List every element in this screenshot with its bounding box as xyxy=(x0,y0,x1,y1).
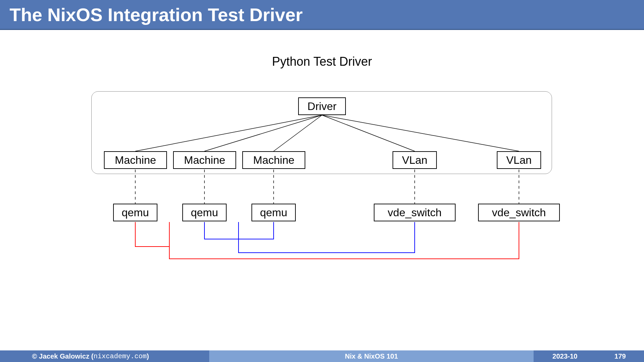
driver-box: Driver xyxy=(298,97,346,115)
qemu-label: qemu xyxy=(260,206,287,219)
vde-switch-label: vde_switch xyxy=(388,206,442,219)
slide-title: The NixOS Integration Test Driver xyxy=(10,4,303,25)
vlan-label: VLan xyxy=(506,154,532,167)
vlan-box-2: VLan xyxy=(497,151,541,169)
footer-page: 179 xyxy=(596,350,644,362)
footer-date: 2023-10 xyxy=(534,350,596,362)
footer-title: Nix & NixOS 101 xyxy=(209,350,534,362)
machine-box-2: Machine xyxy=(173,151,236,169)
machine-label: Machine xyxy=(253,154,294,167)
footer-copyright-prefix: © Jacek Galowicz ( xyxy=(32,352,93,360)
vlan-label: VLan xyxy=(402,154,428,167)
machine-label: Machine xyxy=(184,154,225,167)
footer-author: © Jacek Galowicz (nixcademy.com) xyxy=(0,350,209,362)
qemu-box-2: qemu xyxy=(182,204,227,221)
vlan-box-1: VLan xyxy=(393,151,437,169)
vde-switch-box-2: vde_switch xyxy=(478,204,560,221)
qemu-label: qemu xyxy=(122,206,149,219)
driver-label: Driver xyxy=(307,100,336,113)
slide-footer: © Jacek Galowicz (nixcademy.com) Nix & N… xyxy=(0,350,644,362)
diagram-area: Python Test Driver xyxy=(0,54,644,311)
footer-copyright-suffix: ) xyxy=(147,352,149,360)
qemu-box-1: qemu xyxy=(113,204,157,221)
qemu-label: qemu xyxy=(191,206,218,219)
machine-label: Machine xyxy=(115,154,156,167)
machine-box-1: Machine xyxy=(104,151,167,169)
qemu-box-3: qemu xyxy=(251,204,296,221)
vde-switch-label: vde_switch xyxy=(492,206,546,219)
slide-header: The NixOS Integration Test Driver xyxy=(0,0,644,30)
footer-site: nixcademy.com xyxy=(93,352,147,360)
vde-switch-box-1: vde_switch xyxy=(374,204,456,221)
diagram-title: Python Test Driver xyxy=(0,54,644,69)
machine-box-3: Machine xyxy=(242,151,305,169)
